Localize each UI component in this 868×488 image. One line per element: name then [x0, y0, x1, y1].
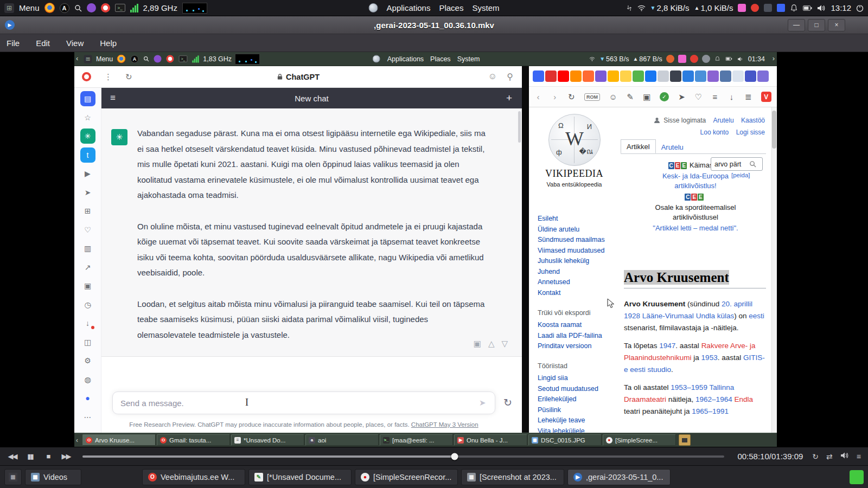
tab-talk[interactable]: Arutelu	[656, 140, 689, 153]
reload-icon[interactable]: ↻	[567, 92, 575, 102]
seek-handle[interactable]	[451, 453, 458, 460]
download-icon[interactable]: ↓	[728, 92, 736, 101]
wiki-sidebar-link[interactable]: Juhend	[538, 267, 616, 278]
tray-recorder-icon[interactable]	[751, 4, 759, 12]
launcher-purple-icon[interactable]	[87, 3, 96, 12]
bookmark-icon[interactable]	[608, 70, 619, 82]
sidebar-dots-icon[interactable]: ⋮	[104, 72, 112, 82]
menubar-item[interactable]: Help	[100, 38, 117, 48]
wiki-sidebar-link[interactable]: Lehekülje teave	[538, 415, 616, 426]
tabs-icon[interactable]: ▣	[80, 278, 95, 293]
bookmark-icon[interactable]	[645, 70, 656, 82]
reading-list-icon[interactable]: ≡	[711, 92, 719, 101]
twitter-icon[interactable]: t	[80, 147, 95, 163]
bookmark-icon[interactable]	[620, 70, 631, 82]
rom-badge[interactable]: ROM	[584, 93, 600, 101]
settings-icon[interactable]: ⚙	[80, 353, 95, 368]
wiki-sidebar-link[interactable]: Üldine arutelu	[538, 224, 616, 235]
emoji-icon[interactable]: ☺	[488, 72, 497, 81]
taskbar-window-button[interactable]: ▦DSC_0015.JPG	[528, 434, 602, 446]
tray-keyboard-icon[interactable]	[738, 4, 746, 12]
wiki-sidebar-link[interactable]: Annetused	[538, 277, 616, 288]
clock[interactable]: 13:12	[831, 3, 851, 12]
taskbar-window-button[interactable]: ●[SimpleScree...	[603, 434, 676, 446]
minimize-button[interactable]: —	[788, 19, 805, 31]
wiki-sidebar-link[interactable]: Koosta raamat	[538, 320, 616, 331]
bookmark-icon[interactable]	[745, 70, 756, 82]
video-letterbox[interactable]: ‹ ⊞ Menu A >_ 1,83 GHz Applications	[0, 52, 868, 447]
messenger-icon[interactable]: ➤	[80, 185, 95, 200]
menubar-item[interactable]: File	[7, 38, 20, 48]
wiki-link[interactable]: Lääne-Virumaal	[642, 312, 694, 320]
tray-app-icon[interactable]	[764, 4, 772, 12]
taskbar-window-button[interactable]: OVeebimajutus.ee W...	[142, 469, 245, 485]
extensions-icon[interactable]: ◫	[80, 335, 95, 350]
wiki-sidebar-link[interactable]: Lingid siia	[538, 373, 616, 384]
wiki-sidebar-link[interactable]: Esileht	[538, 214, 616, 224]
close-button[interactable]: ×	[828, 19, 845, 31]
distro-menu-icon[interactable]	[369, 3, 378, 12]
show-desktop-button[interactable]: ▦	[4, 469, 22, 485]
login-link[interactable]: Logi sisse	[736, 129, 765, 136]
opera-logo-icon[interactable]	[82, 72, 91, 81]
wiki-sidebar-link[interactable]: Püsilink	[538, 405, 616, 416]
taskbar-window-button[interactable]: ▦[Screenshot at 2023...	[461, 469, 564, 485]
bookmark-icon[interactable]	[757, 70, 769, 82]
send-icon[interactable]: ➤	[479, 398, 486, 408]
banner-article-link[interactable]: "Artikkel letti – medal netti".	[641, 223, 750, 233]
heart-icon[interactable]: ♡	[694, 92, 702, 102]
taskbar-window-button[interactable]: ✎[*Unsaved Docume...	[248, 469, 352, 485]
launcher-a-icon[interactable]: A	[60, 3, 69, 13]
tips-icon[interactable]: ◍	[80, 372, 95, 387]
personal-contribs-link[interactable]: Kaastöö	[741, 117, 765, 124]
wiki-link[interactable]: 1928	[624, 312, 640, 320]
capture-icon[interactable]: ▣	[643, 92, 650, 102]
volume-icon[interactable]	[817, 4, 826, 12]
chat-scrollbar[interactable]	[518, 111, 521, 143]
menubar-item[interactable]: Edit	[36, 38, 50, 48]
shuffle-button[interactable]: ⇄	[826, 452, 833, 461]
bookmark-icon[interactable]	[595, 70, 607, 82]
bookmark-icon[interactable]	[545, 70, 557, 82]
footer-version-link[interactable]: ChatGPT May 3 Version	[411, 421, 478, 428]
opera-launcher-icon[interactable]	[101, 3, 110, 12]
more-icon[interactable]: ⋯	[80, 409, 95, 425]
wikipedia-globe-logo[interactable]: W Ω И ф �ณ	[548, 114, 601, 166]
wiki-link[interactable]: Undla	[696, 312, 715, 320]
wiki-sidebar-link[interactable]: Prinditav versioon	[538, 341, 616, 352]
copy-icon[interactable]: ▣	[474, 339, 481, 349]
terminal-launcher-icon[interactable]: >_	[115, 4, 125, 12]
stop-button[interactable]: ■	[39, 452, 57, 460]
search-icon[interactable]	[749, 160, 756, 168]
menu-places[interactable]: Places	[439, 3, 463, 12]
reload-icon[interactable]: ↻	[125, 72, 132, 82]
menu-system[interactable]: System	[472, 3, 499, 12]
wiki-sidebar-link[interactable]: Kontakt	[538, 288, 616, 299]
wiki-link[interactable]: 1953–1959	[671, 383, 707, 391]
tune-icon[interactable]: ≣	[744, 92, 752, 102]
skip-forward-button[interactable]: ▶▶	[57, 452, 75, 460]
create-account-link[interactable]: Loo konto	[700, 129, 729, 136]
wiki-sidebar-link[interactable]: Sündmused maailmas	[538, 235, 616, 246]
thumbs-up-icon[interactable]: △	[488, 339, 495, 349]
seek-bar[interactable]	[82, 455, 724, 458]
workspace-icon[interactable]: ▤	[80, 91, 95, 106]
wiki-logo-title[interactable]: VIKIPEEDIA	[529, 168, 620, 179]
search-input[interactable]	[711, 160, 749, 168]
speed-dial-icon[interactable]: ⊞	[80, 203, 95, 219]
bookmark-icon[interactable]	[707, 70, 719, 82]
wiki-link[interactable]: 1947	[659, 342, 675, 350]
bookmark-icon[interactable]	[633, 70, 644, 82]
wifi-icon[interactable]	[637, 5, 646, 11]
wiki-link[interactable]: 20. aprillil	[722, 300, 752, 308]
wiki-link[interactable]: Tallinna	[709, 383, 734, 391]
notes-icon[interactable]: ✎	[627, 92, 634, 102]
pin-icon[interactable]: ⚲	[507, 72, 513, 82]
emoji-icon[interactable]: ☺	[609, 92, 617, 101]
wiki-sidebar-link[interactable]: Juhuslik lehekülg	[538, 256, 616, 267]
pinboards-icon[interactable]: ☆	[80, 110, 95, 125]
bell-icon[interactable]	[790, 4, 798, 12]
menu-applet-icon[interactable]: ⊞	[4, 3, 14, 13]
bookmark-icon[interactable]	[682, 70, 694, 82]
taskbar-window-button[interactable]: aaoi	[305, 434, 379, 446]
